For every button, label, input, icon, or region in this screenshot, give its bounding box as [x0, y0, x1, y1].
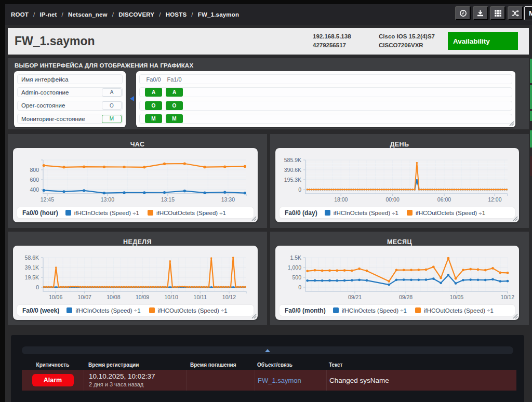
legend-item[interactable]: ifHCInOctets (Speed) ÷1 — [66, 307, 140, 314]
alarm-col-header: Текст — [326, 362, 516, 368]
legend-label-week: Fa0/0 (week) — [22, 307, 59, 314]
resize-handle-icon[interactable] — [513, 314, 518, 319]
offscreen-widget-edge — [530, 130, 532, 148]
breadcrumb-separator: / — [159, 11, 161, 18]
resize-handle-icon[interactable] — [251, 314, 257, 319]
alarm-cell-object: FW_1.saymon — [255, 370, 326, 391]
legend-item[interactable]: ifHCOutOctets (Speed) ÷1 — [148, 210, 226, 216]
interface-attr-badge[interactable]: A — [102, 88, 122, 97]
collapse-left-icon[interactable] — [130, 96, 134, 101]
offscreen-widget-edge — [530, 156, 532, 176]
availability-button[interactable]: Availability — [448, 32, 518, 50]
breadcrumb-item-ip-net[interactable]: IP-net — [39, 11, 57, 18]
nav-clock-button[interactable] — [455, 6, 471, 20]
legend-item[interactable]: ifHCOutOctets (Speed) ÷1 — [407, 210, 485, 216]
svg-text:10/07: 10/07 — [78, 294, 91, 300]
chart-plot-week: 019.5K39.1K58.6K10/0610/0710/0810/0910/1… — [13, 246, 258, 304]
svg-text:09/28: 09/28 — [399, 294, 413, 300]
svg-text:19.5K: 19.5K — [25, 274, 39, 280]
legend-series-name: ifHCOutOctets (Speed) ÷1 — [416, 210, 485, 216]
state-badge-a[interactable]: A — [166, 88, 183, 97]
nav-grid-button[interactable] — [490, 6, 506, 20]
interface-attr-label: Имя интерфейса — [21, 76, 122, 83]
chart-title-month: МЕСЯЦ — [270, 238, 529, 246]
interface-attr-badge[interactable]: O — [102, 101, 122, 110]
interface-states-card: Fa0/0Fa1/0 AAOOMM — [136, 71, 515, 127]
alarm-row[interactable]: Alarm10.10.2025, 10:02:372 дня и 3 часа … — [22, 370, 516, 391]
interface-attributes-card: Имя интерфейсаAdmin-состояниеAOper-состо… — [14, 71, 126, 127]
interface-name-fa0-0[interactable]: Fa0/0 — [145, 76, 162, 83]
grid-icon — [494, 9, 502, 17]
breadcrumb-item-root[interactable]: ROOT — [11, 11, 29, 18]
chart-title-hour: ЧАС — [8, 141, 267, 148]
legend-swatch-icon — [333, 307, 339, 313]
state-badge-m[interactable]: M — [145, 114, 162, 123]
legend-swatch-icon — [415, 307, 421, 313]
breadcrumb-separator: / — [33, 11, 35, 18]
svg-text:10/05: 10/05 — [450, 294, 463, 300]
alarm-severity-button[interactable]: Alarm — [32, 374, 74, 386]
nav-download-button[interactable] — [473, 6, 488, 20]
legend-item[interactable]: ifHCOutOctets (Speed) ÷1 — [415, 307, 494, 314]
legend-series-name: ifHCOutOctets (Speed) ÷1 — [156, 210, 226, 216]
legend-item[interactable]: ifHCInOctets (Speed) ÷1 — [325, 210, 398, 216]
state-badge-o[interactable]: O — [166, 101, 183, 110]
chart-panel-hour: ЧАС40060080012:4513:0013:1513:30Fa0/0 (h… — [8, 134, 267, 228]
breadcrumb-item-discovery[interactable]: DISCOVERY — [118, 11, 154, 18]
top-navbar: ROOT/IP-net/Netscan_new/DISCOVERY/HOSTS/… — [5, 4, 532, 25]
object-model: CISCO7206VXR — [379, 41, 435, 50]
alarm-col-header: Критичность — [22, 362, 84, 368]
mode-m-button[interactable]: M — [524, 6, 532, 20]
alarm-registered-ago: 2 дня и 3 часа назад — [89, 381, 155, 388]
alarm-collapse-bar[interactable] — [22, 346, 513, 354]
interface-attr-row[interactable]: Admin-состояниеA — [17, 87, 123, 97]
alarm-object-link[interactable]: FW_1.saymon — [258, 377, 301, 384]
resize-handle-icon[interactable] — [251, 216, 257, 221]
object-meta-network: 192.168.5.138 4279256517 — [313, 32, 351, 50]
interface-attr-row[interactable]: Мониторинг-состояниеM — [17, 114, 123, 124]
interface-name-fa1-0[interactable]: Fa1/0 — [166, 76, 183, 83]
svg-text:12:00: 12:00 — [488, 196, 501, 203]
svg-text:1.5K: 1.5K — [290, 254, 301, 261]
svg-text:12:45: 12:45 — [41, 196, 54, 203]
alarm-col-header: Объект/связь — [255, 362, 326, 368]
object-sys-id: 4279256517 — [313, 41, 351, 50]
legend-series-name: ifHCOutOctets (Speed) ÷1 — [424, 307, 494, 314]
state-badge-o[interactable]: O — [145, 101, 162, 110]
alarm-table: КритичностьВремя регистрацииВремя погаше… — [22, 360, 516, 391]
legend-item[interactable]: ifHCInOctets (Speed) ÷1 — [65, 210, 139, 216]
svg-text:10/12: 10/12 — [501, 294, 514, 300]
svg-text:18:00: 18:00 — [334, 196, 348, 203]
state-badge-a[interactable]: A — [145, 88, 162, 97]
resize-handle-icon[interactable] — [509, 121, 514, 126]
svg-text:585.9K: 585.9K — [284, 157, 301, 163]
svg-text:0: 0 — [36, 284, 39, 290]
legend-item[interactable]: ifHCInOctets (Speed) ÷1 — [333, 307, 407, 314]
svg-text:10/12: 10/12 — [222, 294, 236, 300]
svg-text:10/08: 10/08 — [107, 294, 120, 300]
svg-text:390.6K: 390.6K — [284, 167, 301, 173]
svg-text:800: 800 — [30, 167, 39, 173]
breadcrumb-item-hosts[interactable]: HOSTS — [166, 11, 187, 18]
breadcrumb-item-netscan_new[interactable]: Netscan_new — [68, 11, 108, 18]
svg-text:39.1K: 39.1K — [25, 264, 39, 271]
page-title: FW_1.saymon — [15, 34, 95, 48]
legend-swatch-icon — [148, 210, 153, 216]
resize-handle-icon[interactable] — [513, 216, 518, 221]
legend-swatch-icon — [149, 307, 155, 313]
alarm-table-header: КритичностьВремя регистрацииВремя погаше… — [22, 360, 516, 370]
interface-attr-row[interactable]: Имя интерфейса — [17, 74, 123, 84]
state-badge-m[interactable]: M — [166, 114, 183, 123]
offscreen-widget-edge — [530, 59, 532, 83]
legend-swatch-icon — [325, 210, 330, 216]
offscreen-widget-edge — [530, 111, 532, 121]
interface-attr-row[interactable]: Oper-состояниеO — [17, 101, 123, 111]
svg-text:06:00: 06:00 — [437, 196, 451, 203]
alarm-cell-severity: Alarm — [22, 370, 84, 391]
interface-attr-badge[interactable]: M — [102, 115, 122, 123]
interface-panel-title: ВЫБОР ИНТЕРФЕЙСА ДЛЯ ОТОБРАЖЕНИЯ НА ГРАФ… — [15, 62, 193, 69]
nav-shuffle-button[interactable] — [508, 6, 523, 20]
legend-item[interactable]: ifHCOutOctets (Speed) ÷1 — [149, 307, 228, 314]
svg-text:10/06: 10/06 — [49, 294, 62, 300]
breadcrumb-item-fw_1.saymon[interactable]: FW_1.saymon — [198, 11, 240, 18]
